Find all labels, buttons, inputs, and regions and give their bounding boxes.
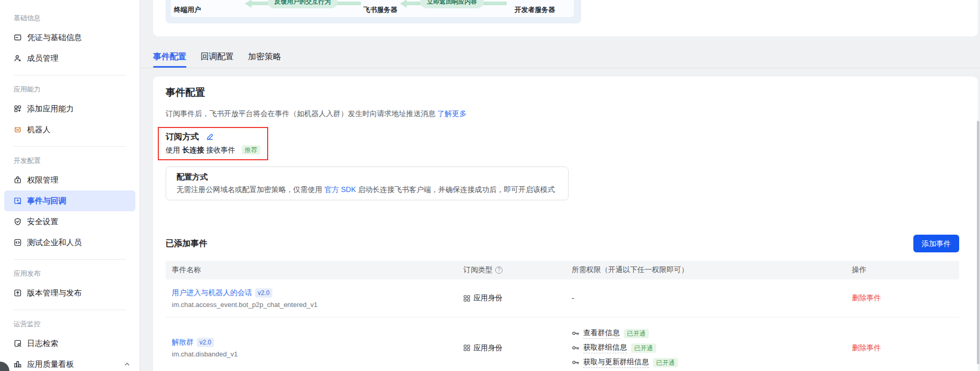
- col-actions: 操作: [852, 265, 959, 275]
- sidebar-item-security[interactable]: 安全设置: [4, 211, 135, 232]
- tabbar: 事件配置 回调配置 加密策略: [140, 46, 980, 68]
- sidebar-item-label: 添加应用能力: [27, 104, 74, 114]
- enabled-badge: 已开通: [653, 358, 678, 367]
- col-event-name: 事件名称: [166, 265, 463, 275]
- sidebar-item-label: 日志检索: [27, 339, 58, 349]
- permission-name-link[interactable]: 查看群信息: [583, 328, 620, 339]
- permission-item: 获取与更新群组信息 已开通: [572, 357, 852, 368]
- event-name-cell: 解散群 v2.0 im.chat.disbanded_v1: [166, 338, 463, 358]
- config-method-description: 无需注册公网域名或配置加密策略，仅需使用 官方 SDK 启动长连接飞书客户端，并…: [177, 185, 558, 195]
- events-table: 事件名称 订阅类型 ? 所需权限（开通以下任一权限即可） 操作 用户进入与机器人…: [166, 261, 959, 371]
- key-icon: [572, 359, 580, 366]
- tab-event-config[interactable]: 事件配置: [153, 46, 186, 68]
- diagram-node-feishu-server: 飞书服务器: [363, 5, 397, 15]
- help-icon[interactable]: ?: [495, 266, 502, 274]
- sidebar-divider: [14, 75, 126, 75]
- event-id: im.chat.access_event.bot_p2p_chat_entere…: [172, 301, 463, 309]
- log-search-icon: [14, 339, 22, 348]
- enabled-badge: 已开通: [624, 329, 649, 338]
- sidebar-item-add-capability[interactable]: 添加应用能力: [4, 98, 135, 119]
- sidebar-item-test-enterprise[interactable]: 测试企业和人员: [4, 232, 135, 253]
- sidebar-divider: [14, 146, 126, 147]
- sidebar-item-permissions[interactable]: 权限管理: [4, 170, 135, 190]
- events-table-header: 事件名称 订阅类型 ? 所需权限（开通以下任一权限即可） 操作: [166, 261, 959, 279]
- overview-card: 终端用户 飞书服务器 开发者服务器 反馈用户的交互行为 立即返回响应内容: [153, 0, 978, 36]
- publish-up-icon: [14, 289, 22, 297]
- flow-label-immediate-response: 立即返回响应内容: [420, 0, 484, 8]
- sidebar-section-app-release: 应用发布: [14, 269, 126, 278]
- sidebar-item-label: 版本管理与发布: [27, 288, 82, 298]
- event-name-link[interactable]: 解散群: [172, 338, 194, 347]
- learn-more-link[interactable]: 了解更多: [437, 109, 467, 118]
- permission-item: 获取群组信息 已开通: [572, 343, 852, 353]
- tab-encryption-policy[interactable]: 加密策略: [248, 46, 281, 68]
- sidebar-section-ops-monitoring: 运营监控: [14, 319, 126, 329]
- sidebar-item-bot[interactable]: 机器人: [4, 119, 135, 140]
- subscription-method-value: 长连接: [182, 146, 204, 154]
- chevron-up-icon[interactable]: [124, 361, 130, 367]
- sidebar-section-basic-info: 基础信息: [14, 14, 126, 23]
- tab-callback-config[interactable]: 回调配置: [200, 46, 234, 68]
- permissions-cell: -: [572, 294, 852, 302]
- table-row: 用户进入与机器人的会话 v2.0 im.chat.access_event.bo…: [166, 279, 959, 317]
- permission-name-link[interactable]: 获取与更新群组信息: [583, 357, 649, 368]
- sidebar-item-members[interactable]: 成员管理: [4, 48, 135, 69]
- official-sdk-link[interactable]: 官方 SDK: [324, 185, 356, 194]
- event-flow-diagram-inner: 终端用户 飞书服务器 开发者服务器 反馈用户的交互行为 立即返回响应内容: [171, 0, 574, 17]
- credential-card-icon: [14, 33, 22, 42]
- delete-event-link[interactable]: 删除事件: [852, 293, 881, 302]
- config-method-box: 配置方式 无需注册公网域名或配置加密策略，仅需使用 官方 SDK 启动长连接飞书…: [166, 167, 569, 200]
- subscription-method-title: 订阅方式: [166, 131, 199, 142]
- actions-cell: 删除事件: [852, 293, 959, 303]
- sidebar-item-label: 安全设置: [27, 217, 58, 227]
- subscription-type-cell: 应用身份: [463, 293, 572, 303]
- page-description: 订阅事件后，飞书开放平台将会在事件（如机器人入群）发生时向请求地址推送消息 了解…: [166, 108, 965, 119]
- added-events-title: 已添加事件: [166, 238, 207, 249]
- subscription-type-value: 应用身份: [473, 343, 502, 353]
- sidebar-divider: [14, 259, 126, 260]
- event-name-link[interactable]: 用户进入与机器人的会话: [172, 288, 252, 298]
- delete-event-link[interactable]: 删除事件: [852, 343, 881, 352]
- permission-lock-icon: [14, 176, 22, 184]
- flow-label-feedback-interaction: 反馈用户的交互行为: [268, 0, 337, 8]
- subscription-method-highlight-box: 订阅方式 使用 长连接 接收事件 推荐: [158, 127, 268, 160]
- sidebar: 基础信息 凭证与基础信息 成员管理 应用能力 添加应用能力 机器人 开发配置 权…: [0, 0, 140, 371]
- diagram-node-developer-server: 开发者服务器: [514, 5, 555, 15]
- main-area: 终端用户 飞书服务器 开发者服务器 反馈用户的交互行为 立即返回响应内容 事件配…: [140, 0, 980, 371]
- subscription-type-cell: 应用身份: [463, 343, 572, 353]
- event-config-panel: 事件配置 订阅事件后，飞书开放平台将会在事件（如机器人入群）发生时向请求地址推送…: [153, 76, 978, 371]
- grid-add-icon: [14, 105, 22, 113]
- sidebar-item-label: 凭证与基础信息: [27, 33, 82, 43]
- dashboard-chart-icon: [14, 360, 22, 368]
- shield-check-icon: [14, 218, 22, 226]
- sidebar-item-quality-dashboard[interactable]: 应用质量看板: [4, 354, 135, 371]
- robot-icon: [14, 125, 22, 134]
- vertical-scrollbar-thumb[interactable]: [977, 121, 979, 364]
- version-badge: v2.0: [255, 288, 272, 298]
- sidebar-item-credentials[interactable]: 凭证与基础信息: [4, 27, 135, 48]
- key-icon: [572, 329, 580, 337]
- config-method-title: 配置方式: [177, 172, 558, 182]
- event-callback-icon: [14, 197, 22, 205]
- app-identity-icon: [463, 295, 470, 302]
- subscription-method-line: 使用 长连接 接收事件 推荐: [166, 145, 260, 155]
- add-event-button[interactable]: 添加事件: [913, 235, 959, 252]
- sidebar-item-label: 测试企业和人员: [27, 238, 82, 248]
- sidebar-item-version-release[interactable]: 版本管理与发布: [4, 283, 135, 303]
- col-subscription-type: 订阅类型 ?: [463, 265, 572, 275]
- sidebar-section-app-capability: 应用能力: [14, 85, 126, 94]
- enabled-badge: 已开通: [631, 343, 656, 353]
- sidebar-item-log-search[interactable]: 日志检索: [4, 333, 135, 354]
- permission-name-link[interactable]: 获取群组信息: [583, 343, 627, 353]
- added-events-header: 已添加事件 添加事件: [166, 235, 959, 252]
- edit-pencil-icon[interactable]: [206, 133, 213, 140]
- sidebar-item-label: 事件与回调: [27, 196, 66, 206]
- sidebar-divider: [14, 310, 126, 310]
- recommended-badge: 推荐: [242, 145, 260, 155]
- subscription-type-value: 应用身份: [473, 293, 502, 303]
- app-identity-icon: [463, 344, 470, 351]
- event-id: im.chat.disbanded_v1: [172, 350, 463, 358]
- sidebar-section-dev-config: 开发配置: [14, 156, 126, 165]
- permissions-cell: 查看群信息 已开通 获取群组信息 已开通 获取与更新群组信息 已开通: [572, 328, 852, 368]
- sidebar-item-events-callbacks[interactable]: 事件与回调: [4, 190, 135, 211]
